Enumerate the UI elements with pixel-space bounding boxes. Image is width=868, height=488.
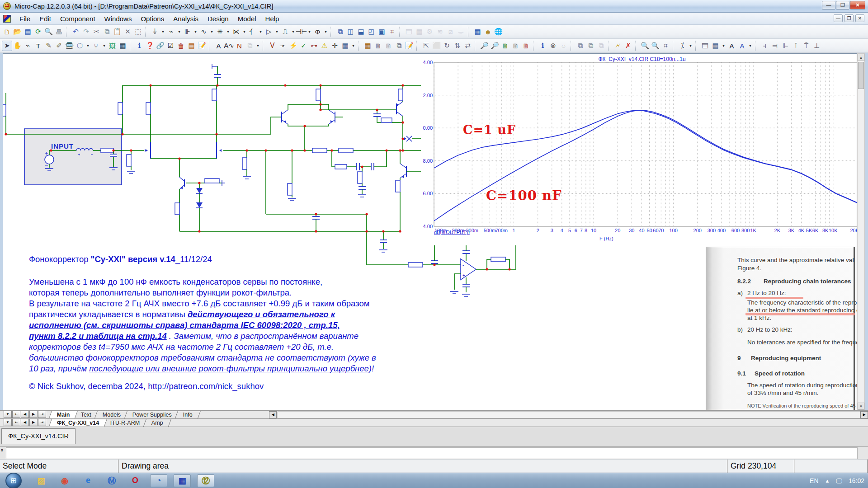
align-top-icon[interactable]: ⊺ [791,41,801,51]
redo-icon[interactable]: ↷ [81,27,91,37]
tab-main[interactable]: Main [49,411,78,418]
find-text-icon[interactable]: A [213,41,224,51]
warnings-icon[interactable]: ⚠ [319,41,330,51]
border-display-icon[interactable]: 📝 [404,41,415,51]
minimize-button[interactable]: — [822,1,835,9]
paste-icon[interactable]: 📋 [112,27,123,37]
cut-icon[interactable]: ✂ [91,27,102,37]
resistor-dropdown-icon[interactable]: ▾ [176,27,182,37]
calculator-icon[interactable]: ⌗ [387,27,397,37]
layers-icon[interactable]: ▦ [710,41,721,51]
align-bottom-icon[interactable]: ⊥ [811,41,822,51]
text-mode-icon[interactable]: T [33,41,43,51]
model-tool-icon[interactable]: ⌯ [456,27,466,37]
tab-itu-r-arm[interactable]: ITU-R-ARM [102,419,148,427]
restore-button[interactable]: ❐ [836,1,849,9]
message-pane-close-icon[interactable]: x [1,448,3,452]
find-part-icon[interactable]: 🔎 [479,41,490,51]
tray-language[interactable]: EN [810,477,818,484]
file-tab[interactable]: ФК_Су-XXI_v14.CIR [1,428,75,444]
node-numbers-icon[interactable]: N [234,41,245,51]
taskbar-opera-icon[interactable]: O [127,474,144,487]
find-curve-icon[interactable]: A∿ [224,41,234,51]
box-icon[interactable]: ⬜ [431,41,442,51]
taskbar-chrome-icon[interactable]: ◉ [56,474,73,487]
dropdown-icon[interactable]: ▾ [255,41,261,51]
tab-nav-icon-0[interactable]: ▼ [4,411,12,418]
mosfet-dropdown-icon[interactable]: ▾ [258,27,264,37]
node-snap-icon[interactable]: ⑂ [91,41,101,51]
tab-amp[interactable]: Amp [143,419,171,427]
condition-markers-icon[interactable]: ✓ [298,41,309,51]
link-mode-icon[interactable]: 🔗 [155,41,165,51]
pulse-source-icon[interactable]: ⎍ [280,27,290,37]
font-icon[interactable]: A [726,41,737,51]
component-editor-icon[interactable]: 🗔 [404,27,414,37]
scale-mode-icon[interactable]: ⁒ [677,41,688,51]
revert-icon[interactable]: ⟳ [33,27,43,37]
battery-dropdown-icon[interactable]: ▾ [307,27,312,37]
maximize-window-icon[interactable]: ▣ [377,27,387,37]
inductor-dropdown-icon[interactable]: ▾ [209,27,215,37]
inductor-icon[interactable]: ∿ [198,27,209,37]
menu-design[interactable]: Design [203,14,233,24]
taskbar-explorer-icon[interactable]: ▨ [33,474,50,487]
copy-pic3-icon[interactable]: ⧉ [596,41,606,51]
network-icon[interactable]: 🖵 [836,477,842,485]
align-middle-icon[interactable]: ⍑ [801,41,811,51]
sine-source-icon[interactable]: Φ [312,27,323,37]
dropdown-icon[interactable]: ▾ [747,41,753,51]
disable-icon[interactable]: 🗑 [176,41,186,51]
print-icon[interactable]: 🖶 [54,27,64,37]
panel-icon[interactable]: 🗔 [700,41,710,51]
tray-expand-icon[interactable]: ▲ [825,478,830,483]
open-icon[interactable]: 📂 [12,27,23,37]
tile-horizontal-icon[interactable]: ⬓ [356,27,366,37]
copy-pic2-icon[interactable]: ⧉ [585,41,596,51]
transistor-dropdown-icon[interactable]: ▾ [241,27,247,37]
menu-edit[interactable]: Edit [35,14,56,24]
user-window-icon[interactable]: ☻ [483,27,493,37]
taskbar-floppy-save-icon[interactable]: ▦ [174,474,191,487]
cross-ref-icon[interactable]: ⧉ [394,41,404,51]
dropdown-icon[interactable]: ▾ [350,41,356,51]
battery-icon[interactable]: ⊣⊢ [296,27,307,37]
step-box-icon[interactable]: 🗎 [510,41,521,51]
copy-icon[interactable]: ⧉ [102,27,112,37]
help-mode-icon[interactable]: ❓ [145,41,155,51]
pan-mode-icon[interactable]: ✋ [12,41,23,51]
tab-nav-icon-4[interactable]: ⇥ [38,419,46,426]
tab-models[interactable]: Models [94,411,129,418]
tab-nav-icon-3[interactable]: ▶ [29,411,38,418]
zoom-100-icon[interactable]: ⌗ [660,41,671,51]
find-next-icon[interactable]: 🔎 [490,41,500,51]
tab-power-supplies[interactable]: Power Supplies [124,411,180,418]
title-bar[interactable]: 12 Micro-Cap 12.2.0.3 (64 bit) - [D:\Pro… [0,0,868,13]
current-markers-icon[interactable]: ➛ [278,41,288,51]
power-markers-icon[interactable]: ⚡ [288,41,298,51]
opamp-dropdown-icon[interactable]: ▾ [274,27,280,37]
capacitor-dropdown-icon[interactable]: ▾ [193,27,198,37]
ground-icon[interactable]: ⏚ [150,27,160,37]
menu-file[interactable]: File [15,14,35,24]
tab-nav-icon-1[interactable]: ⇤ [12,419,20,426]
enable-icon[interactable]: ☑ [165,41,176,51]
select-mode-icon[interactable]: ➤ [2,41,12,51]
select-special-icon[interactable]: ⬚ [133,27,143,37]
menu-windows[interactable]: Windows [100,14,137,24]
close-button[interactable]: ✕ [850,1,865,9]
ground-dropdown-icon[interactable]: ▾ [160,27,166,37]
flag-mode-icon[interactable]: ⬡ [75,41,85,51]
vertical-scrollbar[interactable]: ▲ ▼ [857,53,865,410]
transistor-icon[interactable]: ⋉ [231,27,241,37]
drawing-area[interactable]: -+ INPUT ФК_Су-XXI_v14.CIR C18=100n...1u… [3,53,857,410]
child-close-button[interactable]: ✕ [855,14,864,22]
child-restore-button[interactable]: ❐ [844,14,854,22]
new-icon[interactable]: 🗋 [2,27,12,37]
grid-icon[interactable]: ▦ [340,41,350,51]
child-minimize-button[interactable]: — [834,14,843,22]
zoom-out-icon[interactable]: 🔍 [650,41,660,51]
edit-region-icon[interactable]: 📝 [197,41,207,51]
start-button[interactable]: ⊞ [5,473,22,488]
scroll-thumb[interactable] [858,62,864,89]
